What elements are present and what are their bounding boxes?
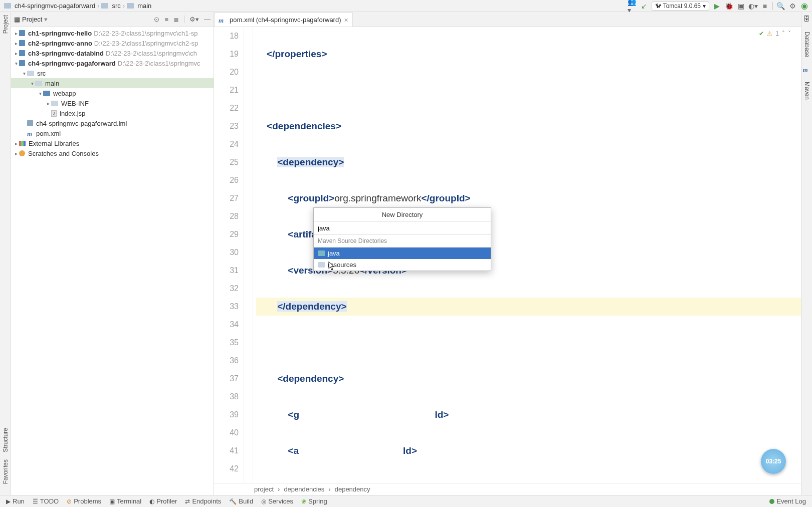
- profiler-tool-button[interactable]: ◐Profiler: [149, 497, 177, 505]
- editor-area: m pom.xml (ch4-springmvc-pagaforward) × …: [214, 12, 801, 495]
- bottom-tool-buttons: ▶Run ☰TODO ⊘Problems ▣Terminal ◐Profiler…: [0, 495, 812, 507]
- scratches-icon: [19, 150, 25, 156]
- run-configuration-selector[interactable]: 🐿 Tomcat 9.0.65 ▾: [652, 2, 709, 11]
- database-icon: 🗄: [803, 15, 810, 23]
- editor-breadcrumb: project› dependencies› dependency: [214, 483, 801, 495]
- warning-count: 1: [775, 30, 779, 37]
- tree-node-dir[interactable]: ▾webapp: [11, 88, 214, 98]
- tree-node-file[interactable]: Jindex.jsp: [11, 108, 214, 118]
- tomcat-icon: 🐿: [655, 3, 661, 10]
- check-icon: ✔: [759, 30, 764, 37]
- search-icon[interactable]: 🔍: [776, 2, 785, 11]
- endpoints-tool-button[interactable]: ⇄Endpoints: [185, 497, 221, 505]
- tree-node-module[interactable]: ▸ch1-springmvc-helloD:\22-23-2\class1\sp…: [11, 28, 214, 38]
- run-config-label: Tomcat 9.0.65: [663, 3, 701, 10]
- editor-tab[interactable]: m pom.xml (ch4-springmvc-pagaforward) ×: [214, 13, 353, 27]
- right-tool-stripe: 🗄 Database m Maven: [801, 12, 812, 495]
- breadcrumb: ch4-springmvc-pagaforward › src › main: [0, 2, 151, 10]
- navigation-bar: ch4-springmvc-pagaforward › src › main 👥…: [0, 0, 812, 12]
- line-number-gutter: 1819202122232425262728293031323334353637…: [214, 27, 244, 483]
- maven-icon: m: [219, 17, 225, 23]
- popup-section-label: Maven Source Directories: [314, 235, 491, 247]
- folder-icon: [318, 262, 325, 268]
- locate-icon[interactable]: ⊙: [154, 16, 159, 23]
- maven-icon: m: [27, 130, 34, 137]
- chevron-right-icon: ›: [123, 2, 125, 10]
- spring-tool-button[interactable]: ❀Spring: [301, 497, 327, 505]
- run-with-coverage-button[interactable]: ▣: [736, 2, 745, 11]
- terminal-tool-button[interactable]: ▣Terminal: [109, 497, 141, 505]
- project-title[interactable]: Project: [22, 16, 42, 23]
- maven-tool-button[interactable]: Maven: [803, 82, 810, 100]
- users-icon[interactable]: 👥▾: [628, 2, 637, 11]
- mouse-cursor: [328, 262, 335, 271]
- popup-option-resources[interactable]: resources: [314, 259, 491, 271]
- tree-node-module[interactable]: ▾ch4-springmvc-pagaforwardD:\22-23-2\cla…: [11, 58, 214, 68]
- plugin-icon[interactable]: ◉: [800, 2, 809, 11]
- chevron-down-icon[interactable]: ˅: [788, 30, 791, 37]
- crumb-item[interactable]: dependency: [335, 485, 370, 493]
- folder-icon: [127, 3, 134, 9]
- build-tool-button[interactable]: 🔨Build: [229, 497, 253, 505]
- folder-icon: [318, 250, 325, 256]
- tree-node-module[interactable]: ▸ch2-springmvc-annoD:\22-23-2\class1\spr…: [11, 38, 214, 48]
- database-tool-button[interactable]: Database: [803, 32, 810, 57]
- settings-icon[interactable]: ⚙▾: [189, 16, 199, 23]
- chevron-right-icon: ›: [97, 2, 99, 10]
- stop-button[interactable]: ■: [760, 2, 769, 11]
- popup-title: New Directory: [314, 208, 491, 222]
- project-tree[interactable]: ▸ch1-springmvc-helloD:\22-23-2\class1\sp…: [11, 27, 214, 495]
- tree-node-libraries[interactable]: ▸External Libraries: [11, 138, 214, 148]
- tree-node-file[interactable]: mpom.xml: [11, 128, 214, 138]
- breadcrumb-project[interactable]: ch4-springmvc-pagaforward: [15, 2, 95, 10]
- tree-node-scratches[interactable]: ▸Scratches and Consoles: [11, 148, 214, 158]
- tree-node-file[interactable]: ch4-springmvc-pagaforward.iml: [11, 118, 214, 128]
- libraries-icon: [19, 141, 26, 146]
- directory-name-input[interactable]: [314, 222, 491, 235]
- hide-icon[interactable]: —: [204, 16, 211, 23]
- crumb-item[interactable]: project: [254, 485, 274, 493]
- popup-option-java[interactable]: java: [314, 247, 491, 259]
- chevron-down-icon: ▾: [703, 3, 706, 10]
- breadcrumb-src[interactable]: src: [112, 2, 120, 10]
- tree-node-dir[interactable]: ▸WEB-INF: [11, 98, 214, 108]
- inspections-widget[interactable]: ✔ ⚠1 ˄ ˅: [759, 30, 791, 37]
- project-icon: ▦: [14, 16, 20, 23]
- services-tool-button[interactable]: ◎Services: [261, 497, 293, 505]
- project-tool-window: ▦ Project ▾ ⊙ ≡ ≣ ⚙▾ — ▸ch1-springmvc-he…: [11, 12, 214, 495]
- run-button[interactable]: ▶: [712, 2, 721, 11]
- run-tool-button[interactable]: ▶Run: [6, 497, 25, 505]
- tree-node-module[interactable]: ▸ch3-springmvc-databindD:\22-23-2\class1…: [11, 48, 214, 58]
- maven-icon: m: [803, 66, 809, 73]
- timer-badge: 03:25: [761, 449, 786, 474]
- collapse-all-icon[interactable]: ≣: [173, 16, 179, 23]
- todo-tool-button[interactable]: ☰TODO: [33, 497, 59, 505]
- tab-label: pom.xml (ch4-springmvc-pagaforward): [230, 16, 341, 24]
- crumb-item[interactable]: dependencies: [284, 485, 324, 493]
- chevron-down-icon[interactable]: ▾: [44, 16, 48, 23]
- chevron-up-icon[interactable]: ˄: [782, 30, 785, 37]
- folder-icon: [101, 3, 108, 9]
- notification-icon: [769, 499, 774, 504]
- left-tool-stripe: Project Structure Favorites: [0, 12, 11, 495]
- event-log-button[interactable]: Event Log: [769, 497, 806, 505]
- new-directory-popup: New Directory Maven Source Directories j…: [313, 207, 491, 271]
- breadcrumb-main[interactable]: main: [137, 2, 151, 10]
- hammer-icon[interactable]: ↙: [640, 2, 649, 11]
- editor-tabs: m pom.xml (ch4-springmvc-pagaforward) ×: [214, 12, 801, 27]
- expand-all-icon[interactable]: ≡: [164, 16, 168, 23]
- tree-node-dir[interactable]: ▾main: [11, 78, 214, 88]
- tree-node-dir[interactable]: ▾src: [11, 68, 214, 78]
- problems-tool-button[interactable]: ⊘Problems: [67, 497, 101, 505]
- favorites-tool-button[interactable]: Favorites: [2, 459, 9, 484]
- jsp-icon: J: [51, 110, 57, 117]
- folder-icon: [4, 3, 11, 9]
- profile-button[interactable]: ◐▾: [748, 2, 757, 11]
- project-tool-header: ▦ Project ▾ ⊙ ≡ ≣ ⚙▾ —: [11, 12, 214, 27]
- project-tool-button[interactable]: Project: [2, 15, 9, 34]
- structure-tool-button[interactable]: Structure: [2, 428, 9, 452]
- fold-gutter[interactable]: [244, 27, 253, 483]
- close-icon[interactable]: ×: [344, 16, 348, 24]
- settings-icon[interactable]: ⚙: [788, 2, 797, 11]
- debug-button[interactable]: 🐞: [724, 2, 733, 11]
